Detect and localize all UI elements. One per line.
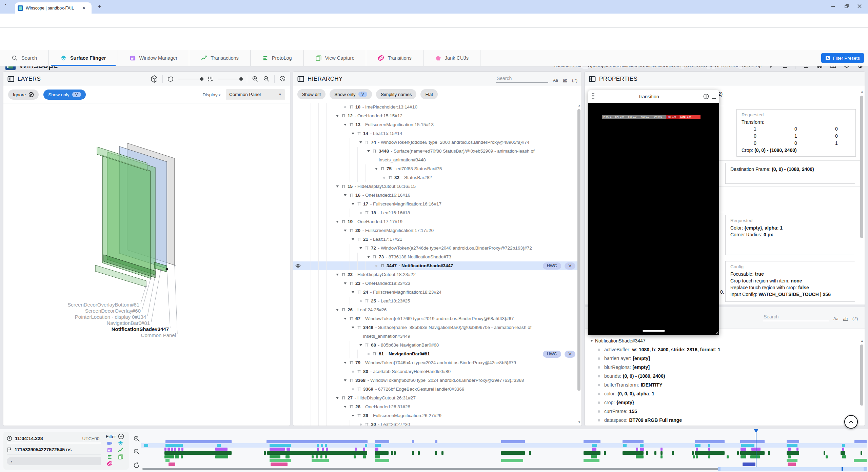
protolog-segment[interactable] <box>181 455 183 458</box>
window-close-button[interactable] <box>857 4 862 8</box>
expand-arrow-icon[interactable] <box>350 235 356 244</box>
new-tab-button[interactable]: + <box>98 3 101 11</box>
transactions-segment[interactable] <box>692 451 694 455</box>
screen-recording-segment[interactable] <box>695 440 725 443</box>
properties-search-input[interactable]: Search <box>763 313 829 321</box>
protolog-segment[interactable] <box>164 455 174 458</box>
window-manager-segment[interactable] <box>287 448 290 451</box>
window-manager-segment[interactable] <box>181 448 183 451</box>
transactions-segment[interactable] <box>740 451 765 455</box>
surface-flinger-segment[interactable] <box>741 444 754 447</box>
scroll-up-icon[interactable]: ▲ <box>578 104 581 107</box>
window-manager-segment[interactable] <box>696 448 698 451</box>
protolog-segment[interactable] <box>375 455 380 458</box>
hierarchy-node-3447[interactable]: 3447 - NotificationShade#3447HWCV <box>293 261 577 270</box>
screen-recording-segment[interactable] <box>501 440 525 443</box>
drag-handle-icon[interactable] <box>592 93 595 100</box>
hierarchy-node-72[interactable]: 72 - WindowToken{a2746de type=2040 andro… <box>293 244 577 253</box>
nav-tab-transactions[interactable]: Transactions <box>189 50 250 66</box>
match-word-icon[interactable]: ab <box>843 316 848 321</box>
window-manager-segment[interactable] <box>322 448 324 451</box>
displays-select[interactable]: Common Panel ▼ <box>226 89 285 100</box>
protolog-segment[interactable] <box>270 455 280 458</box>
hierarchy-node-81[interactable]: 81 - NavigationBar0#81HWCV <box>293 350 577 358</box>
transactions-segment[interactable] <box>646 451 648 455</box>
screen-recording-segment[interactable] <box>267 440 368 443</box>
transactions-segment[interactable] <box>737 451 739 455</box>
protolog-segment[interactable] <box>591 455 597 458</box>
expand-arrow-icon[interactable] <box>334 306 341 314</box>
expand-arrow-icon[interactable] <box>350 323 356 332</box>
hierarchy-node-67[interactable]: 67 - WindowToken{e5176f9 type=2019 andro… <box>293 314 577 323</box>
transactions-segment[interactable] <box>623 451 644 455</box>
window-manager-segment[interactable] <box>796 448 798 451</box>
expand-arrow-icon[interactable] <box>357 244 364 253</box>
window-manager-segment[interactable] <box>592 448 596 451</box>
zoom-out-icon[interactable] <box>263 76 270 82</box>
hierarchy-node-27[interactable]: 27 - HideDisplayCutout:26:31#27 <box>293 394 577 402</box>
property-item[interactable]: bufferTransform:IDENTITY <box>588 380 856 389</box>
properties-scrollbar[interactable] <box>860 96 863 238</box>
window-manager-segment[interactable] <box>640 448 644 451</box>
layer-label-selected[interactable]: NotificationShade#3447 <box>112 326 169 332</box>
visibility-icon[interactable] <box>295 264 301 268</box>
expand-arrow-icon[interactable] <box>342 358 349 367</box>
nav-tab-search[interactable]: Search <box>0 50 49 66</box>
hierarchy-scrollbar[interactable] <box>577 109 580 391</box>
scroll-down-icon[interactable]: ▼ <box>578 420 581 424</box>
window-manager-segment[interactable] <box>270 448 285 451</box>
expand-arrow-icon[interactable] <box>342 279 349 288</box>
protolog-segment[interactable] <box>750 455 760 458</box>
window-manager-segment[interactable] <box>660 448 663 451</box>
protolog-segment[interactable] <box>354 455 356 458</box>
hierarchy-node-24[interactable]: 24 - FullscreenMagnification:18:23#24 <box>293 288 577 297</box>
collapse-panel-icon[interactable] <box>7 76 14 82</box>
timeline-cursor[interactable] <box>756 433 756 467</box>
hierarchy-node-3369[interactable]: 3369 - 67726bf EdgeBackGestureHandler0#3… <box>293 385 577 394</box>
ignore-chip[interactable]: Ignore <box>8 90 39 100</box>
window-manager-segment[interactable] <box>363 448 365 451</box>
layers-3d-view[interactable]: ScreenDecorOverlayBottom#61 ScreenDecorO… <box>3 103 290 426</box>
surface-flinger-segment[interactable] <box>592 444 597 447</box>
transactions-segment[interactable] <box>787 451 799 455</box>
property-item[interactable]: blurRegions:[empty] <box>588 363 856 372</box>
transactions-segment[interactable] <box>435 451 437 455</box>
transactions-segment[interactable] <box>394 451 396 455</box>
surface-flinger-segment[interactable] <box>165 444 183 447</box>
protolog-segment[interactable] <box>660 455 663 458</box>
protolog-segment[interactable] <box>325 455 327 458</box>
surface-flinger-segment[interactable] <box>217 444 221 447</box>
match-case-icon[interactable]: Aa <box>553 78 558 83</box>
protolog-segment[interactable] <box>696 455 698 458</box>
hierarchy-node-19[interactable]: 19 - OneHanded:17:17#19 <box>293 217 577 226</box>
surface-flinger-segment[interactable] <box>375 444 381 447</box>
screen-recording-segment[interactable] <box>740 440 765 443</box>
surface-flinger-segment[interactable] <box>623 444 627 447</box>
jank-cujs-segment[interactable] <box>271 463 288 466</box>
hierarchy-node-3368[interactable]: 3368 - WindowToken{f6b2f60 type=2024 and… <box>293 376 577 385</box>
hierarchy-node-17[interactable]: 17 - FullscreenMagnification:16:16#17 <box>293 200 577 209</box>
protolog-segment[interactable] <box>842 455 846 458</box>
timeline-selection-range[interactable] <box>718 467 867 471</box>
screen-recording-segment[interactable] <box>412 440 414 443</box>
protolog-segment[interactable] <box>636 455 644 458</box>
screen-recording-segment[interactable] <box>854 440 867 443</box>
surface-flinger-segment[interactable] <box>787 444 797 447</box>
expand-arrow-icon[interactable] <box>350 411 356 420</box>
spacing-slider[interactable] <box>218 79 242 79</box>
transactions-segment[interactable] <box>672 451 674 455</box>
nav-tab-protolog[interactable]: ProtoLog <box>251 50 304 66</box>
protolog-segment[interactable] <box>826 455 828 458</box>
expand-arrow-icon[interactable] <box>334 270 341 279</box>
expand-arrow-icon[interactable] <box>334 394 341 402</box>
transactions-segment[interactable] <box>584 451 600 455</box>
expand-arrow-icon[interactable] <box>357 138 364 147</box>
transitions-segment[interactable] <box>743 463 755 466</box>
transactions-segment[interactable] <box>604 451 606 455</box>
property-item[interactable]: activeBuffer:w: 1080, h: 2400, stride: 2… <box>588 345 856 354</box>
hierarchy-node-3449[interactable]: 3449 - Surface(name=885b63e NavigationBa… <box>293 323 577 341</box>
window-manager-segment[interactable] <box>174 448 176 451</box>
protolog-segment[interactable] <box>708 455 710 458</box>
show-diff-chip[interactable]: Show diff <box>297 89 326 99</box>
transactions-segment[interactable] <box>861 451 862 455</box>
